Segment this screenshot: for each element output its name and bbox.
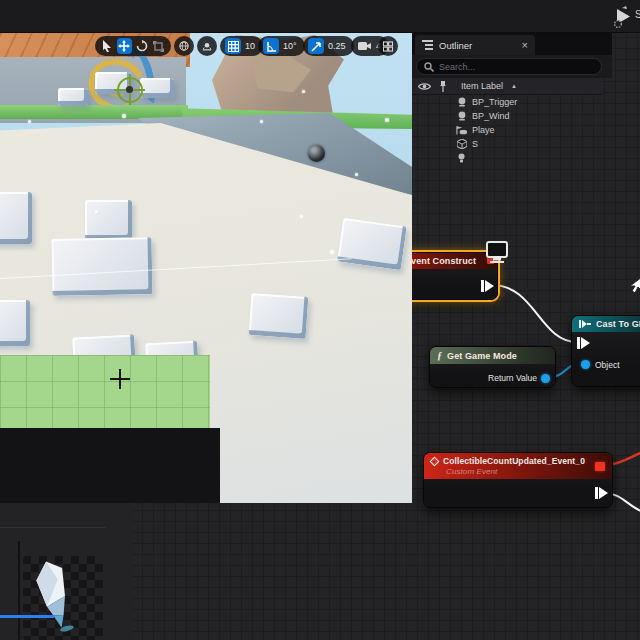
world-coordinate-button[interactable] <box>174 36 194 56</box>
pin-column-icon[interactable] <box>439 81 447 92</box>
scene-wall-block <box>85 200 132 240</box>
scene-wall-block <box>337 218 407 270</box>
panel-divider <box>18 541 20 640</box>
function-icon: ƒ <box>437 350 442 361</box>
outliner-panel: Outliner × Search... Item Label ▲ BP_Tri… <box>412 33 640 237</box>
surface-snapping-button[interactable] <box>197 36 217 56</box>
target-point-gizmo[interactable] <box>117 77 143 103</box>
rotation-snap-icon[interactable] <box>263 38 279 54</box>
mouse-cursor <box>629 276 640 294</box>
select-tool-button[interactable] <box>100 38 114 54</box>
exec-out-pin[interactable] <box>485 280 494 292</box>
light-icon <box>456 153 467 164</box>
blueprint-actor-icon <box>456 97 467 108</box>
asset-thumbnail-crystal[interactable] <box>23 556 103 640</box>
outliner-item[interactable]: BP_Wind <box>412 109 602 123</box>
outliner-column-header[interactable]: Item Label ▲ <box>412 78 602 95</box>
node-collectible-count-updated[interactable]: CollectibleCountUpdated_Event_0 Custom E… <box>423 452 613 508</box>
node-title: Event Construct <box>405 256 476 266</box>
outliner-item[interactable] <box>412 151 602 165</box>
item-label: BP_Trigger <box>472 97 517 107</box>
item-label: BP_Wind <box>472 111 510 121</box>
exec-out-pin[interactable] <box>599 487 608 499</box>
visibility-eye-icon[interactable] <box>418 82 431 91</box>
node-cast-to-gm[interactable]: Cast To GM Object <box>571 315 640 387</box>
close-tab-button[interactable]: × <box>522 40 528 51</box>
viewport-layout-button[interactable] <box>378 36 398 56</box>
item-label: Playe <box>472 125 495 135</box>
outliner-item[interactable]: S <box>412 137 602 151</box>
node-get-game-mode[interactable]: ƒ Get Game Mode Return Value <box>429 346 556 388</box>
node-title: CollectibleCountUpdated_Event_0 <box>443 456 585 466</box>
cast-icon <box>579 320 591 328</box>
outliner-search-row: Search... <box>412 55 612 78</box>
scene-wall-block <box>0 300 30 346</box>
scale-snap-value[interactable]: 0.25 <box>327 41 349 51</box>
node-subtitle: Custom Event <box>446 467 497 476</box>
main-toolbar: S <box>0 0 640 33</box>
node-title: Get Game Mode <box>447 351 517 361</box>
scene-wall-block <box>52 237 153 296</box>
delegate-pin[interactable] <box>595 462 605 471</box>
return-value-pin[interactable] <box>541 374 550 383</box>
event-icon <box>430 457 440 467</box>
node-title: Cast To GM <box>596 319 640 329</box>
player-start-icon <box>456 125 467 136</box>
rotation-snap-group[interactable]: 10° <box>258 36 305 56</box>
outliner-item[interactable]: Playe <box>412 123 602 137</box>
outliner-list-icon <box>422 40 433 50</box>
scene-wall-block <box>249 293 309 339</box>
scene-wall-block <box>58 88 88 106</box>
grid-snap-group[interactable]: 10 <box>220 36 263 56</box>
return-value-label: Return Value <box>488 373 537 383</box>
object-pin-label: Object <box>595 360 620 370</box>
sphere-gizmo[interactable] <box>308 145 325 162</box>
content-browser-panel <box>0 503 132 640</box>
sort-indicator: ▲ <box>511 83 517 89</box>
scale-tool-button[interactable] <box>152 38 166 54</box>
search-input[interactable]: Search... <box>416 58 602 75</box>
transform-tools-group <box>95 36 171 56</box>
search-placeholder: Search... <box>439 62 475 72</box>
outliner-item-list: BP_Trigger BP_Wind Playe S <box>412 95 602 165</box>
exec-in-pin[interactable] <box>581 337 590 349</box>
toolbar-partial-label: S <box>635 9 640 20</box>
tab-title: Outliner <box>439 40 472 51</box>
item-label-column[interactable]: Item Label <box>461 81 503 91</box>
scene-grass-strip <box>0 105 188 119</box>
scene-wall-block <box>140 78 174 98</box>
static-mesh-icon <box>456 139 467 150</box>
level-viewport[interactable]: 10 10° 0.25 4 <box>0 33 412 503</box>
search-icon <box>424 62 434 72</box>
scene-wall-block <box>0 192 32 244</box>
viewport-crosshair-cursor <box>110 369 130 389</box>
object-pin[interactable] <box>581 360 590 369</box>
blueprint-actor-icon <box>456 111 467 122</box>
move-tool-button[interactable] <box>117 38 131 54</box>
outliner-item[interactable]: BP_Trigger <box>412 95 602 109</box>
unreal-editor-window: Event Construct Cast To GM Object ƒ Get … <box>0 0 640 640</box>
tab-outliner[interactable]: Outliner × <box>415 35 535 55</box>
rotation-snap-value[interactable]: 10° <box>282 41 300 51</box>
grid-snap-icon[interactable] <box>225 38 241 54</box>
rotate-tool-button[interactable] <box>135 38 149 54</box>
monitor-icon <box>484 240 510 264</box>
scene-void <box>0 428 220 503</box>
scale-snap-group[interactable]: 0.25 <box>303 36 354 56</box>
selected-asset-underline <box>0 615 54 618</box>
grid-snap-value[interactable]: 10 <box>244 41 258 51</box>
play-button[interactable] <box>613 5 633 29</box>
camera-speed-icon[interactable] <box>356 38 372 54</box>
item-label: S <box>472 139 478 149</box>
panel-divider <box>0 527 106 528</box>
scale-snap-icon[interactable] <box>308 38 324 54</box>
